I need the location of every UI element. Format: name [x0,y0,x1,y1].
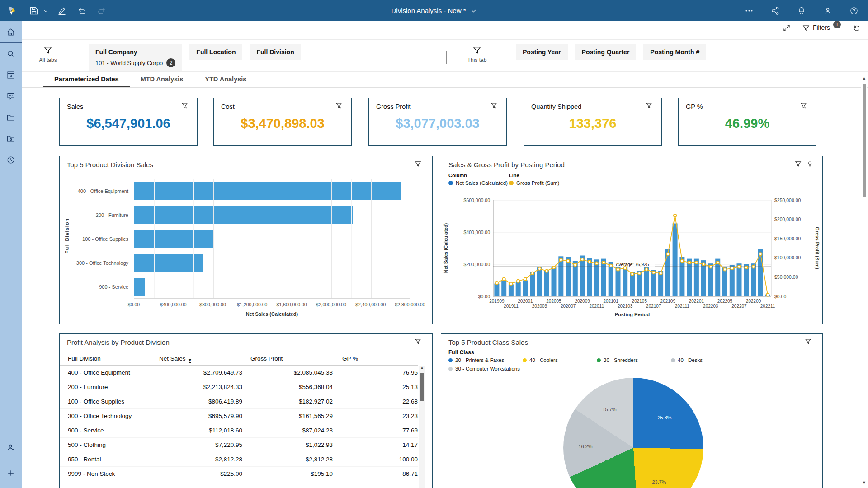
gross-profit-marker[interactable] [702,263,705,265]
gross-profit-marker[interactable] [652,271,655,274]
save-menu-chevron[interactable] [42,3,50,19]
gross-profit-marker[interactable] [524,278,527,281]
gross-profit-marker[interactable] [495,282,498,284]
help-button[interactable] [846,3,862,19]
gross-profit-marker[interactable] [731,267,733,270]
overflow-menu-button[interactable] [741,3,757,19]
panel-filter-button[interactable] [805,338,811,347]
sidebar-item-content[interactable] [0,107,22,128]
filter-chip-posting-year[interactable]: Posting Year [516,44,568,60]
undo-button[interactable] [74,3,90,19]
table-row[interactable]: 500 - Clothing$7,220.95$1,022.9314.17 [60,438,418,452]
column-header[interactable]: GP % [342,355,358,362]
gross-profit-marker[interactable] [738,265,741,268]
pie-legend-item[interactable]: 30 - Computer Workstations [448,366,520,371]
gross-profit-marker[interactable] [717,261,719,264]
division-sales-bar[interactable] [134,254,203,272]
filter-chip-full-company[interactable]: Full Company 101 - World Supply Corpo 2 [89,44,182,71]
gross-profit-marker[interactable] [645,268,648,271]
gross-profit-marker[interactable] [638,272,641,275]
gross-profit-marker[interactable] [659,272,662,275]
gross-profit-marker[interactable] [631,272,633,275]
gross-profit-marker[interactable] [503,278,505,281]
gross-profit-marker[interactable] [674,214,676,217]
net-sales-column[interactable] [558,256,563,296]
table-row[interactable]: 9999 - Non Stock$225.00$195.1086.71 [60,467,418,481]
column-header[interactable]: Gross Profit [250,355,283,362]
gross-profit-marker[interactable] [759,253,762,255]
scrollbar-thumb[interactable] [863,84,866,197]
pie-legend-item[interactable]: 30 - Shredders [597,357,638,363]
notifications-button[interactable] [794,3,809,19]
net-sales-column[interactable] [537,267,542,296]
table-row[interactable]: 950 - Rental$2,812.28$2,812.28100.00 [60,452,418,467]
save-button[interactable] [26,3,42,19]
legend-item-gross-profit[interactable]: Gross Profit (Sum) [509,180,559,186]
net-sales-column[interactable] [673,224,678,297]
sidebar-item-shared-content[interactable] [0,128,22,149]
kpi-filter-button[interactable] [800,103,807,111]
net-sales-column[interactable] [580,256,585,297]
gross-profit-marker[interactable] [681,259,684,262]
sidebar-item-assistant[interactable] [0,85,22,107]
filter-bar-resize-handle[interactable] [446,51,449,64]
net-sales-column[interactable] [694,259,699,296]
net-sales-column[interactable] [665,249,670,296]
gross-profit-marker[interactable] [552,266,555,269]
redo-button[interactable] [94,3,109,19]
gross-profit-marker[interactable] [624,267,627,269]
gross-profit-marker[interactable] [695,261,698,264]
tab-mtd-analysis[interactable]: MTD Analysis [130,72,194,87]
scrollbar-thumb[interactable] [420,373,424,401]
table-row[interactable]: 300 - Office Technology$695,579.90$161,5… [60,409,418,423]
edit-button[interactable] [54,3,70,19]
sidebar-item-recent[interactable] [0,149,22,170]
scroll-up-button[interactable]: ▲ [861,76,867,83]
gross-profit-marker[interactable] [745,266,748,269]
net-sales-column[interactable] [552,267,557,296]
pie-legend-item[interactable]: 20 - Printers & Faxes [448,357,504,363]
sidebar-item-home[interactable] [0,21,22,42]
net-sales-column[interactable] [530,272,535,296]
this-tab-filter-button[interactable]: This tab [462,44,491,63]
filter-chip-full-division[interactable]: Full Division [250,44,301,60]
legend-item-net-sales[interactable]: Net Sales (Calculated) [448,180,508,186]
net-sales-column[interactable] [523,281,528,297]
column-header[interactable]: Net Sales▾ [159,355,186,362]
table-row[interactable]: 100 - Office Supplies$806,419.89$182,927… [60,394,418,409]
table-row[interactable]: 400 - Office Equipment$2,709,649.73$2,08… [60,366,418,380]
pie-legend-item[interactable]: 40 - Copiers [523,357,558,363]
net-sales-column[interactable] [516,282,521,296]
filter-chip-posting-quarter[interactable]: Posting Quarter [575,44,637,60]
net-sales-column[interactable] [679,257,684,296]
all-tabs-filter-button[interactable]: All tabs [33,44,62,63]
gross-profit-marker[interactable] [617,268,619,271]
expand-button[interactable] [783,24,791,32]
scroll-up-button[interactable]: ▲ [419,366,425,372]
net-sales-column[interactable] [494,284,499,296]
gross-profit-marker[interactable] [609,264,612,267]
gross-profit-marker[interactable] [595,262,598,265]
column-header[interactable]: Full Division [68,355,101,362]
tab-parameterized-dates[interactable]: Parameterized Dates [43,72,130,87]
gross-profit-marker[interactable] [588,260,591,263]
division-sales-bar[interactable] [134,206,353,224]
net-sales-column[interactable] [509,284,514,296]
kpi-filter-button[interactable] [335,103,342,111]
gross-profit-marker[interactable] [531,272,534,275]
filters-button[interactable]: Filters 1 [802,24,841,32]
net-sales-column[interactable] [601,259,606,296]
gross-profit-marker[interactable] [509,282,512,285]
division-sales-bar[interactable] [134,278,145,296]
panel-filter-button[interactable] [795,161,802,169]
net-sales-column[interactable] [544,270,549,296]
gross-profit-marker[interactable] [574,263,576,266]
pie-chart[interactable] [563,378,703,488]
gross-profit-marker[interactable] [602,261,605,264]
net-sales-column[interactable] [587,258,592,296]
filter-chip-posting-month[interactable]: Posting Month # [643,44,706,60]
gross-profit-marker[interactable] [723,268,726,271]
gross-profit-marker[interactable] [766,293,769,296]
gross-profit-marker[interactable] [688,261,691,264]
kpi-filter-button[interactable] [491,103,497,111]
